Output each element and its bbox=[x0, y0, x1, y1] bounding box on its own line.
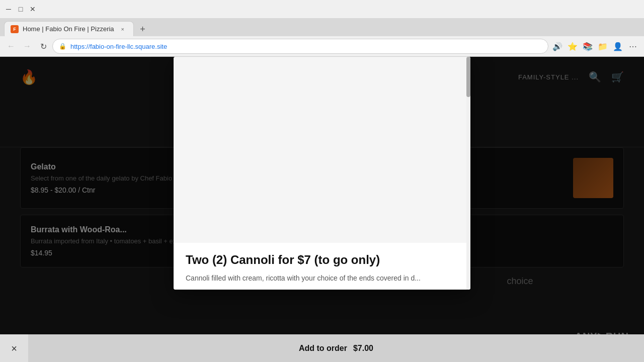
modal-content: Two (2) Cannoli for $7 (to go only) Cann… bbox=[174, 243, 470, 290]
page-background: 🔥 FAMILY-STYLE ... 🔍 🛒 ▲ Gelato Select f… bbox=[0, 57, 644, 362]
more-button[interactable]: ⋯ bbox=[626, 39, 640, 53]
browser-chrome: ─ □ ✕ F Home | Fabio On Fire | Pizzeria … bbox=[0, 0, 644, 57]
new-tab-button[interactable]: + bbox=[136, 22, 150, 36]
add-to-order-price: $7.00 bbox=[353, 344, 373, 353]
favorites-button[interactable]: 📚 bbox=[581, 39, 595, 53]
forward-button[interactable]: → bbox=[20, 39, 34, 53]
back-button[interactable]: ← bbox=[4, 39, 18, 53]
close-window-button[interactable]: ✕ bbox=[28, 5, 37, 14]
add-to-order-label: Add to order bbox=[299, 344, 347, 353]
url-text: https://fabio-on-fire-llc.square.site bbox=[70, 43, 542, 50]
modal-title-section: Two (2) Cannoli for $7 (to go only) bbox=[174, 243, 470, 273]
tab-close-button[interactable]: × bbox=[118, 25, 127, 34]
tab-bar: F Home | Fabio On Fire | Pizzeria × + bbox=[0, 18, 644, 36]
title-bar: ─ □ ✕ bbox=[0, 0, 644, 18]
modal-scrollbar-track[interactable] bbox=[466, 57, 470, 290]
add-to-order-button[interactable]: Add to order $7.00 bbox=[28, 334, 644, 362]
profile-button[interactable]: 👤 bbox=[611, 39, 625, 53]
collections-button[interactable]: 📁 bbox=[596, 39, 610, 53]
refresh-button[interactable]: ↻ bbox=[36, 39, 50, 53]
tab-favicon: F bbox=[11, 25, 19, 33]
minimize-button[interactable]: ─ bbox=[4, 5, 13, 14]
read-aloud-button[interactable]: 🔊 bbox=[550, 39, 565, 53]
tab-title: Home | Fabio On Fire | Pizzeria bbox=[23, 25, 114, 33]
title-bar-left: ─ □ ✕ bbox=[4, 5, 37, 14]
address-bar[interactable]: 🔒 https://fabio-on-fire-llc.square.site bbox=[52, 39, 548, 54]
add-to-order-bar: × Add to order $7.00 bbox=[0, 334, 644, 362]
maximize-button[interactable]: □ bbox=[16, 5, 25, 14]
active-tab[interactable]: F Home | Fabio On Fire | Pizzeria × bbox=[4, 21, 134, 36]
modal-scrollbar-thumb[interactable] bbox=[466, 57, 470, 97]
modal-product-title: Two (2) Cannoli for $7 (to go only) bbox=[186, 253, 458, 267]
add-to-favorites-button[interactable]: ⭐ bbox=[566, 39, 580, 53]
modal-product-description: Cannoli filled with cream, ricotta with … bbox=[174, 273, 470, 290]
modal-dialog: Two (2) Cannoli for $7 (to go only) Cann… bbox=[174, 57, 470, 290]
modal-close-button[interactable]: × bbox=[0, 334, 28, 362]
address-bar-row: ← → ↻ 🔒 https://fabio-on-fire-llc.square… bbox=[0, 36, 644, 56]
lock-icon: 🔒 bbox=[59, 43, 66, 50]
browser-actions: 🔊 ⭐ 📚 📁 👤 ⋯ bbox=[550, 39, 640, 53]
modal-product-image bbox=[174, 57, 470, 243]
